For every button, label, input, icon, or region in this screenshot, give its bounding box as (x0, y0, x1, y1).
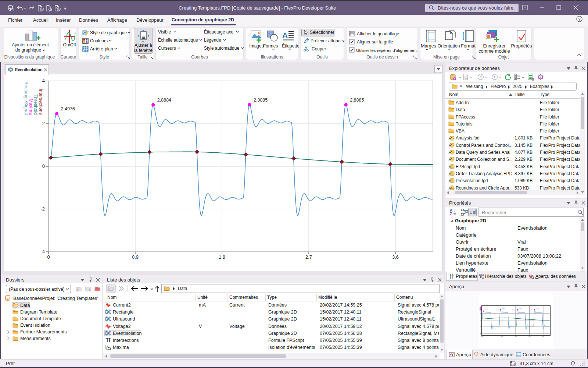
svg-text:2,8884: 2,8884 (157, 98, 171, 103)
svg-text:c: c (470, 210, 472, 215)
svg-text:3,6: 3,6 (392, 254, 399, 260)
svg-text:Threshold: Threshold (33, 94, 38, 115)
svg-text:Maxima: Maxima (28, 99, 33, 115)
svg-text:0: 0 (42, 163, 45, 169)
svg-text:1,8: 1,8 (219, 254, 225, 260)
svg-text:-4: -4 (40, 249, 45, 254)
svg-text:RectangleSignal: RectangleSignal (24, 81, 29, 115)
svg-text:A: A (282, 31, 288, 39)
svg-text:-2: -2 (40, 206, 45, 212)
svg-text:Z: Z (450, 212, 452, 216)
svg-text:2,7: 2,7 (305, 254, 312, 260)
svg-text:?: ? (578, 17, 580, 21)
svg-text:0,9: 0,9 (132, 254, 139, 260)
svg-text:4: 4 (42, 78, 45, 84)
svg-text:2: 2 (42, 121, 45, 126)
svg-text:2,8885: 2,8885 (254, 98, 268, 103)
svg-text:2,8885: 2,8885 (350, 98, 364, 103)
svg-text:0: 0 (47, 254, 50, 260)
svg-text:2,4976: 2,4976 (61, 106, 75, 112)
svg-text:Intersections: Intersections (38, 89, 43, 115)
